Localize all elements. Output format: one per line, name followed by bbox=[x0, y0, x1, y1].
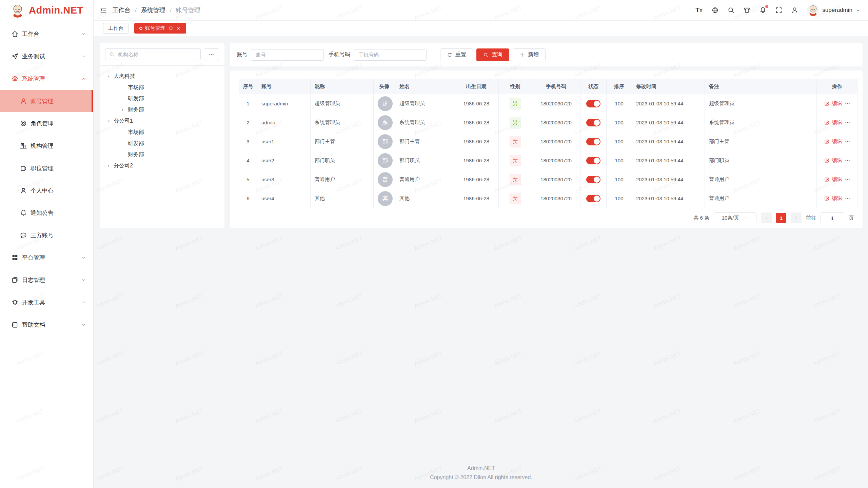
status-toggle[interactable] bbox=[586, 119, 600, 126]
edit-icon[interactable] bbox=[824, 158, 830, 163]
reset-button[interactable]: 重置 bbox=[440, 48, 473, 61]
name-cell: 其他 bbox=[395, 189, 454, 208]
total-count: 共 6 条 bbox=[693, 215, 709, 221]
bell-icon[interactable] bbox=[759, 6, 767, 14]
caret-down-icon[interactable] bbox=[106, 119, 111, 124]
breadcrumb-item[interactable]: 系统管理 bbox=[141, 6, 165, 14]
sidebar-item-业务测试[interactable]: 业务测试 bbox=[0, 45, 93, 67]
gender-cell: 女 bbox=[499, 132, 532, 151]
tree-node-分公司1[interactable]: 分公司1 bbox=[105, 116, 219, 127]
sidebar-item-label: 工作台 bbox=[22, 30, 39, 38]
caret-down-icon[interactable] bbox=[106, 74, 111, 79]
more-icon[interactable] bbox=[845, 196, 850, 201]
edit-icon[interactable] bbox=[824, 196, 830, 201]
close-icon[interactable] bbox=[176, 26, 181, 31]
globe-icon[interactable] bbox=[711, 6, 719, 14]
sidebar-item-个人中心[interactable]: 个人中心 bbox=[0, 179, 93, 202]
tab-账号管理[interactable]: 账号管理 bbox=[134, 23, 186, 34]
birthdate-cell: 1986-06-28 bbox=[454, 151, 499, 170]
sidebar-item-通知公告[interactable]: 通知公告 bbox=[0, 202, 93, 224]
org-search-field bbox=[105, 48, 201, 60]
edit-icon[interactable] bbox=[824, 177, 830, 182]
more-icon[interactable] bbox=[845, 120, 850, 125]
fullscreen-icon[interactable] bbox=[775, 6, 783, 14]
sidebar-item-系统管理[interactable]: 系统管理 bbox=[0, 67, 93, 90]
remark-cell: 普通用户 bbox=[705, 189, 817, 208]
next-page-button[interactable] bbox=[791, 212, 802, 223]
birthdate-cell: 1986-06-28 bbox=[454, 170, 499, 189]
goto-page-input[interactable] bbox=[821, 212, 844, 223]
edit-icon[interactable] bbox=[824, 101, 830, 106]
sidebar-item-工作台[interactable]: 工作台 bbox=[0, 23, 93, 45]
sidebar-item-平台管理[interactable]: 平台管理 bbox=[0, 246, 93, 269]
tree-node-label: 财务部 bbox=[128, 151, 144, 158]
tree-node-财务部[interactable]: 财务部 bbox=[105, 104, 219, 116]
sidebar-item-职位管理[interactable]: 职位管理 bbox=[0, 157, 93, 179]
column-header-状态: 状态 bbox=[580, 79, 607, 94]
search-icon[interactable] bbox=[727, 6, 735, 14]
column-header-性别: 性别 bbox=[499, 79, 532, 94]
edit-icon[interactable] bbox=[824, 120, 830, 125]
sidebar-item-机构管理[interactable]: 机构管理 bbox=[0, 135, 93, 157]
org-search-input[interactable] bbox=[117, 51, 197, 58]
more-icon[interactable] bbox=[845, 158, 850, 163]
edit-icon[interactable] bbox=[824, 139, 830, 144]
work-area: 大名科技市场部研发部财务部分公司1市场部研发部财务部分公司2 账号 手机号码 bbox=[100, 43, 863, 228]
current-page-button[interactable]: 1 bbox=[776, 213, 786, 223]
sidebar-item-角色管理[interactable]: 角色管理 bbox=[0, 112, 93, 135]
user-name: superadmin bbox=[822, 7, 852, 14]
position-icon bbox=[20, 164, 27, 172]
tree-node-分公司2[interactable]: 分公司2 bbox=[105, 160, 219, 171]
account-input[interactable] bbox=[255, 52, 320, 58]
org-more-button[interactable] bbox=[204, 48, 219, 60]
chevron-down-icon bbox=[81, 54, 86, 59]
sidebar-item-label: 平台管理 bbox=[22, 254, 45, 262]
font-size-icon[interactable]: Tᴛ bbox=[695, 6, 703, 14]
edit-link[interactable]: 编辑 bbox=[832, 157, 842, 164]
tree-node-研发部[interactable]: 研发部 bbox=[105, 93, 219, 104]
profile-icon[interactable] bbox=[791, 6, 798, 14]
gender-badge: 女 bbox=[510, 193, 521, 204]
page-size-select[interactable]: 10条/页 bbox=[714, 212, 756, 223]
tree-node-财务部[interactable]: 财务部 bbox=[105, 149, 219, 160]
bell-icon bbox=[20, 209, 27, 217]
status-toggle[interactable] bbox=[586, 138, 600, 145]
add-button[interactable]: 新增 bbox=[513, 48, 546, 61]
sidebar-item-label: 日志管理 bbox=[22, 276, 45, 284]
status-toggle[interactable] bbox=[586, 195, 600, 202]
breadcrumb-item[interactable]: 工作台 bbox=[112, 6, 131, 14]
menu-fold-icon[interactable] bbox=[100, 6, 107, 14]
status-toggle[interactable] bbox=[586, 157, 600, 164]
refresh-icon[interactable] bbox=[168, 26, 173, 31]
status-toggle[interactable] bbox=[586, 100, 600, 107]
edit-link[interactable]: 编辑 bbox=[832, 119, 842, 126]
tree-node-市场部[interactable]: 市场部 bbox=[105, 127, 219, 138]
phone-input[interactable] bbox=[358, 52, 422, 58]
modified-cell: 2023-01-03 10:59:44 bbox=[632, 189, 705, 208]
tab-工作台[interactable]: 工作台 bbox=[103, 23, 129, 34]
query-button[interactable]: 查询 bbox=[476, 48, 509, 61]
user-menu[interactable]: superadmin bbox=[807, 4, 861, 16]
more-icon[interactable] bbox=[845, 177, 850, 182]
more-icon[interactable] bbox=[845, 139, 850, 144]
sidebar-item-账号管理[interactable]: 账号管理 bbox=[0, 90, 93, 112]
edit-link[interactable]: 编辑 bbox=[832, 138, 842, 145]
sidebar-item-开发工具[interactable]: 开发工具 bbox=[0, 291, 93, 313]
tree-node-市场部[interactable]: 市场部 bbox=[105, 82, 219, 93]
theme-shirt-icon[interactable] bbox=[743, 6, 751, 14]
sidebar-item-日志管理[interactable]: 日志管理 bbox=[0, 269, 93, 291]
status-toggle[interactable] bbox=[586, 176, 600, 183]
caret-right-icon[interactable] bbox=[106, 163, 111, 168]
edit-link[interactable]: 编辑 bbox=[832, 100, 842, 107]
edit-link[interactable]: 编辑 bbox=[832, 195, 842, 202]
tree-node-研发部[interactable]: 研发部 bbox=[105, 138, 219, 149]
tree-node-大名科技[interactable]: 大名科技 bbox=[105, 71, 219, 82]
sidebar-item-帮助文档[interactable]: 帮助文档 bbox=[0, 313, 93, 336]
caret-right-icon[interactable] bbox=[120, 107, 125, 113]
send-icon bbox=[11, 53, 19, 60]
sidebar-item-三方账号[interactable]: 三方账号 bbox=[0, 224, 93, 246]
more-icon[interactable] bbox=[845, 101, 850, 106]
sidebar-item-label: 机构管理 bbox=[31, 142, 54, 150]
edit-link[interactable]: 编辑 bbox=[832, 176, 842, 183]
prev-page-button[interactable] bbox=[761, 212, 772, 223]
